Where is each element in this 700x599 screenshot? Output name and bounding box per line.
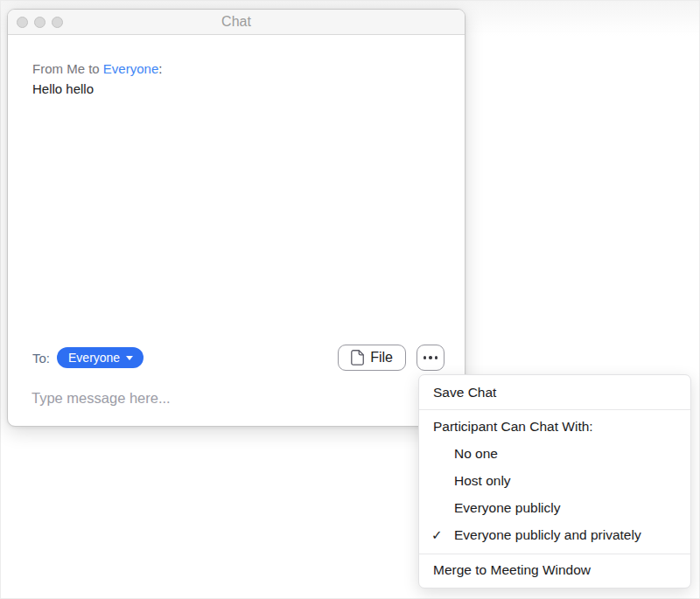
ellipsis-icon	[424, 356, 438, 359]
menu-option-everyone-publicly[interactable]: Everyone publicly	[419, 494, 690, 521]
menu-option-label: Host only	[454, 472, 511, 489]
message-list: From Me to Everyone: Hello hello	[8, 35, 465, 99]
menu-option-label: Everyone publicly and privately	[454, 526, 641, 543]
menu-item-save-chat[interactable]: Save Chat	[419, 375, 690, 409]
file-button[interactable]: File	[338, 345, 406, 371]
chat-window: Chat From Me to Everyone: Hello hello To…	[7, 9, 466, 427]
message-body: Hello hello	[32, 79, 440, 99]
file-icon	[351, 350, 364, 366]
message-recipient-text: Everyone	[103, 61, 158, 76]
file-button-label: File	[370, 350, 393, 366]
compose-toolbar: To: Everyone File	[32, 345, 444, 371]
menu-item-merge-to-meeting-window[interactable]: Merge to Meeting Window	[419, 554, 690, 588]
menu-option-host-only[interactable]: Host only	[419, 467, 690, 494]
message-colon-text: :	[158, 61, 162, 76]
recipient-selector-label: Everyone	[68, 351, 120, 365]
message-header: From Me to Everyone:	[32, 59, 440, 79]
menu-option-everyone-publicly-and-privately[interactable]: ✓ Everyone publicly and privately	[419, 521, 690, 548]
to-label: To:	[32, 351, 50, 366]
menu-option-no-one[interactable]: No one	[419, 440, 690, 467]
message-input[interactable]	[32, 387, 416, 408]
menu-section-header: Participant Can Chat With:	[419, 410, 690, 440]
more-options-menu: Save Chat Participant Can Chat With: No …	[418, 374, 691, 589]
desktop-background: Chat From Me to Everyone: Hello hello To…	[0, 0, 700, 599]
menu-option-label: No one	[454, 445, 498, 462]
more-button[interactable]	[416, 345, 444, 371]
check-icon: ✓	[431, 526, 454, 543]
recipient-selector[interactable]: Everyone	[57, 347, 144, 368]
message-from-text: From Me to	[32, 61, 103, 76]
menu-option-label: Everyone publicly	[454, 499, 560, 516]
window-titlebar: Chat	[8, 10, 465, 35]
chevron-down-icon	[126, 356, 133, 360]
window-title: Chat	[8, 14, 465, 30]
